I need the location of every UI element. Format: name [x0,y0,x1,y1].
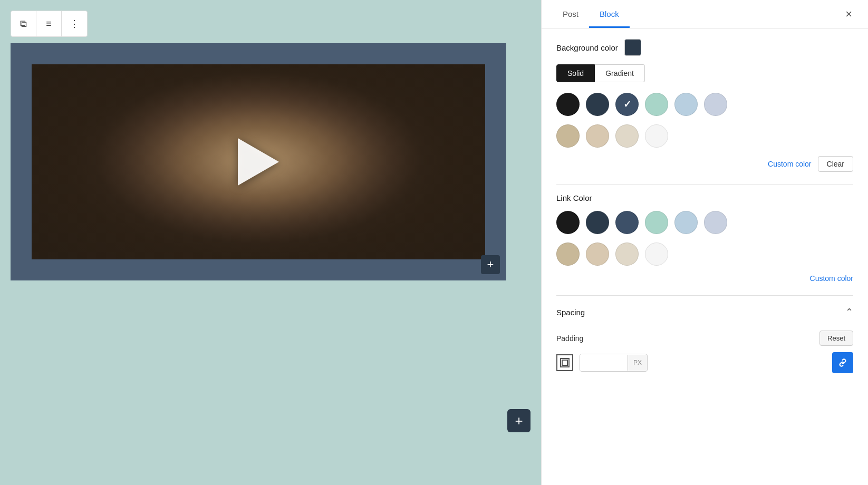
link-color-tan[interactable] [556,242,580,266]
padding-reset-button[interactable]: Reset [819,331,853,346]
bg-color-lavender[interactable] [704,93,727,116]
toolbar-transform-button[interactable]: ⧉ [11,11,36,36]
add-block-inner-button[interactable]: + [481,255,500,274]
background-color-swatch[interactable] [624,39,641,56]
play-button[interactable] [238,138,279,186]
padding-input-group: PX [580,354,648,372]
bg-color-black[interactable] [556,93,580,116]
link-color-black[interactable] [556,211,580,234]
bg-color-white[interactable] [645,124,668,148]
bg-color-beige[interactable] [586,124,609,148]
link-color-light-blue[interactable] [674,211,698,234]
solid-gradient-toggle: Solid Gradient [556,64,853,82]
background-color-section-header: Background color [556,39,853,56]
link-color-beige[interactable] [586,242,609,266]
bg-color-tan[interactable] [556,124,580,148]
link-color-palette-row1 [556,211,853,234]
background-clear-button[interactable]: Clear [818,156,853,172]
chevron-up-icon: ⌃ [845,306,853,318]
link-color-title: Link Color [556,193,592,202]
spacing-toggle-header[interactable]: Spacing ⌃ [556,298,853,326]
sidebar-tab-bar: Post Block × [542,0,868,28]
link-color-mint[interactable] [645,211,668,234]
transform-icon: ⧉ [20,18,27,30]
spacing-section: Spacing ⌃ Padding Reset PX [556,295,853,373]
padding-box-icon [556,354,573,371]
link-color-section: Link Color Custom color [556,193,853,283]
background-custom-color-link[interactable]: Custom color [768,160,811,168]
close-button[interactable]: × [840,2,857,26]
bg-color-medium-blue[interactable] [615,93,639,116]
spacing-title: Spacing [556,308,585,317]
add-block-outer-button[interactable]: + [507,409,531,432]
link-color-dark-blue[interactable] [586,211,609,234]
bg-color-light-blue[interactable] [674,93,698,116]
background-color-title: Background color [556,43,618,52]
link-color-palette-row2 [556,242,853,266]
padding-label: Padding [556,334,588,343]
link-color-medium-blue[interactable] [615,211,639,234]
toolbar-more-button[interactable]: ⋮ [62,11,87,36]
plus-outer-icon: + [515,413,523,429]
video-container: + [11,43,506,280]
tab-post[interactable]: Post [552,0,589,28]
editor-area: ⧉ ≡ ⋮ + + [0,0,541,485]
bg-color-dark-blue[interactable] [586,93,609,116]
link-color-cream[interactable] [615,242,639,266]
plus-icon: + [487,258,494,271]
solid-toggle-button[interactable]: Solid [556,64,595,82]
background-color-actions: Custom color Clear [556,156,853,172]
bg-color-mint[interactable] [645,93,668,116]
video-player[interactable] [32,64,485,259]
divider-1 [556,185,853,185]
link-custom-color-link[interactable]: Custom color [810,274,853,283]
svg-rect-1 [562,360,567,365]
link-color-white[interactable] [645,242,668,266]
px-unit-label: PX [628,355,647,371]
gradient-toggle-button[interactable]: Gradient [595,64,645,82]
bg-color-cream[interactable] [615,124,639,148]
padding-value-input[interactable] [580,354,628,371]
link-color-actions: Custom color [556,274,853,283]
block-toolbar: ⧉ ≡ ⋮ [11,11,88,37]
sidebar-content: Background color Solid Gradient Custom c… [542,28,868,485]
align-icon: ≡ [46,18,52,30]
background-color-palette-row2 [556,124,853,148]
background-color-palette-row1 [556,93,853,116]
link-dimensions-button[interactable] [832,352,853,373]
more-icon: ⋮ [70,18,79,30]
sidebar: Post Block × Background color Solid Grad… [541,0,868,485]
padding-row: Padding Reset [556,331,853,346]
padding-input-row: PX [556,352,853,373]
link-color-lavender[interactable] [704,211,727,234]
tab-block[interactable]: Block [589,0,630,28]
toolbar-align-button[interactable]: ≡ [36,11,62,36]
link-color-section-header: Link Color [556,193,853,202]
